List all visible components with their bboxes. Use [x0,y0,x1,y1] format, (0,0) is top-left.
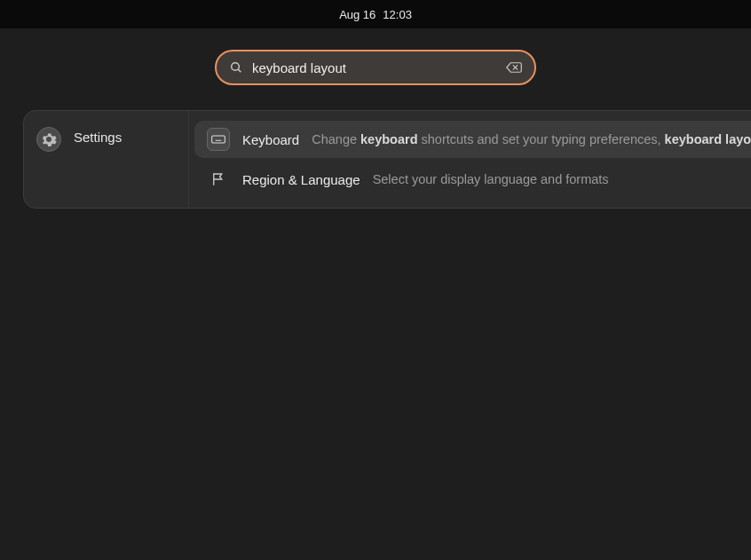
search-field[interactable] [215,50,536,85]
results-panel: Settings Keyboard Change keyboard shortc… [23,110,751,209]
results-list: Keyboard Change keyboard shortcuts and s… [189,111,751,208]
clock-date[interactable]: Aug 16 [339,8,376,21]
result-region-language[interactable]: Region & Language Select your display la… [194,161,751,198]
keyboard-icon [207,128,230,151]
svg-point-0 [232,63,240,71]
search-input[interactable] [252,60,497,75]
search-icon [229,60,243,75]
svg-line-1 [238,69,241,72]
top-bar: Aug 16 12:03 [0,0,751,28]
result-description: Change keyboard shortcuts and set your t… [312,132,751,146]
settings-app-icon [36,127,61,152]
result-title: Region & Language [242,172,360,187]
clock-time[interactable]: 12:03 [383,8,412,21]
result-keyboard[interactable]: Keyboard Change keyboard shortcuts and s… [194,121,751,158]
svg-rect-4 [212,136,225,143]
result-description: Select your display language and formats [373,172,609,186]
clear-icon[interactable] [506,61,522,74]
flag-icon [207,168,230,191]
results-category-label: Settings [74,127,122,145]
result-title: Keyboard [242,132,299,147]
results-category: Settings [24,111,189,208]
